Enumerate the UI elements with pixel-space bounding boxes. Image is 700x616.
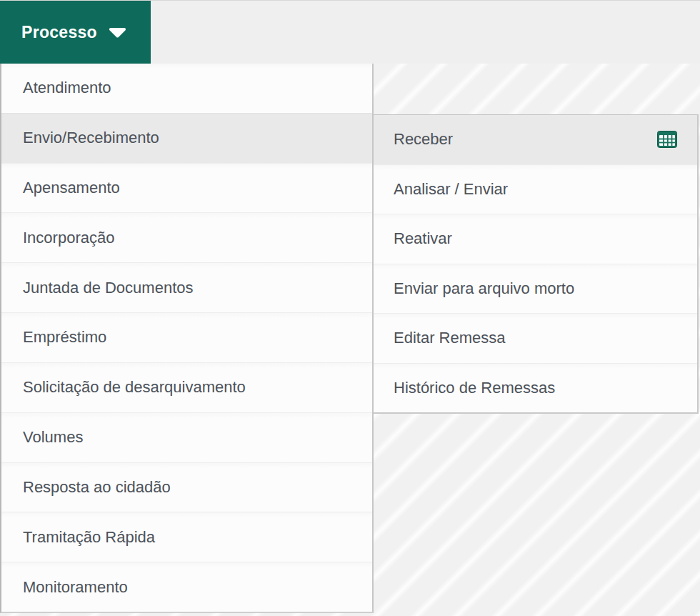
menu-item-incorporacao[interactable]: Incorporação [1,212,372,262]
envio-recebimento-submenu: Receber Analisar / Enviar Reativar Envia… [374,114,699,414]
menu-item-solicitacao-de-desarquivamento[interactable]: Solicitação de desarquivamento [1,362,372,412]
menu-item-atendimento[interactable]: Atendimento [1,64,372,113]
submenu-item-enviar-para-arquivo-morto[interactable]: Enviar para arquivo morto [374,264,697,314]
menu-item-apensamento[interactable]: Apensamento [1,163,372,213]
submenu-item-label: Histórico de Remessas [394,379,555,397]
menu-item-label: Solicitação de desarquivamento [23,378,246,397]
menu-item-label: Incorporação [23,229,114,247]
menu-item-resposta-ao-cidadao[interactable]: Resposta ao cidadão [1,462,372,512]
menu-item-monitoramento[interactable]: Monitoramento [1,562,372,612]
submenu-item-label: Receber [394,130,453,149]
processo-menu-button[interactable]: Processo [0,1,151,64]
menu-item-tramitacao-rapida[interactable]: Tramitação Rápida [1,512,372,562]
menu-item-label: Envio/Recebimento [23,129,159,147]
menu-item-label: Atendimento [23,79,111,97]
submenu-item-label: Reativar [394,229,452,248]
submenu-item-editar-remessa[interactable]: Editar Remessa [374,313,697,363]
submenu-item-label: Enviar para arquivo morto [394,279,574,298]
screen: Processo Atendimento Envio/Recebimento A… [0,0,700,616]
menu-item-label: Apensamento [23,179,120,197]
process-dropdown-menu: Atendimento Envio/Recebimento Apensament… [0,64,374,613]
menu-item-label: Monitoramento [23,578,128,597]
menu-item-label: Volumes [23,428,83,447]
menu-item-juntada-de-documentos[interactable]: Juntada de Documentos [1,262,372,312]
submenu-item-analisar-enviar[interactable]: Analisar / Enviar [374,164,697,214]
submenu-item-label: Analisar / Enviar [394,180,508,199]
submenu-item-reativar[interactable]: Reativar [374,214,697,264]
submenu-item-receber[interactable]: Receber [374,115,697,164]
menu-item-volumes[interactable]: Volumes [1,412,372,462]
menu-item-label: Resposta ao cidadão [23,478,171,497]
submenu-item-historico-de-remessas[interactable]: Histórico de Remessas [374,363,697,413]
menu-item-emprestimo[interactable]: Empréstimo [1,312,372,362]
menu-item-label: Empréstimo [23,328,106,347]
menu-item-envio-recebimento[interactable]: Envio/Recebimento [1,113,372,163]
menu-item-label: Juntada de Documentos [23,279,194,297]
menu-item-label: Tramitação Rápida [23,528,155,547]
menu-bar: Processo [0,1,700,64]
submenu-item-label: Editar Remessa [394,329,506,347]
caret-down-icon [109,27,126,38]
table-grid-icon [657,131,677,148]
processo-menu-label: Processo [21,23,97,42]
